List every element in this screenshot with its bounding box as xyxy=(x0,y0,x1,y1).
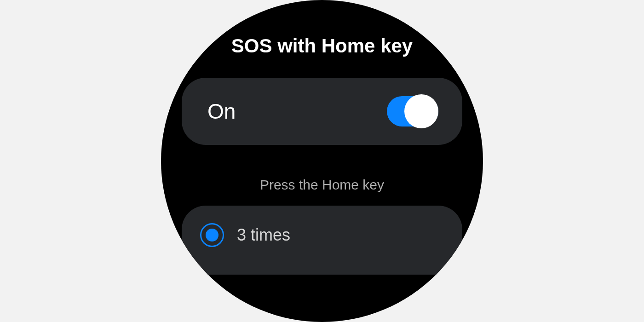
radio-inner-dot xyxy=(206,229,218,242)
sos-toggle-row[interactable]: On xyxy=(182,78,462,145)
switch-knob xyxy=(404,94,438,128)
sos-toggle-switch[interactable] xyxy=(387,96,438,126)
press-count-label: 3 times xyxy=(237,225,290,245)
watch-face: SOS with Home key On Press the Home key … xyxy=(161,0,483,322)
sos-toggle-label: On xyxy=(207,99,236,124)
section-label: Press the Home key xyxy=(260,177,384,193)
radio-selected-icon xyxy=(200,223,224,247)
page-title: SOS with Home key xyxy=(231,34,413,58)
press-count-option[interactable]: 3 times xyxy=(182,206,462,275)
settings-content: SOS with Home key On Press the Home key … xyxy=(161,0,483,275)
